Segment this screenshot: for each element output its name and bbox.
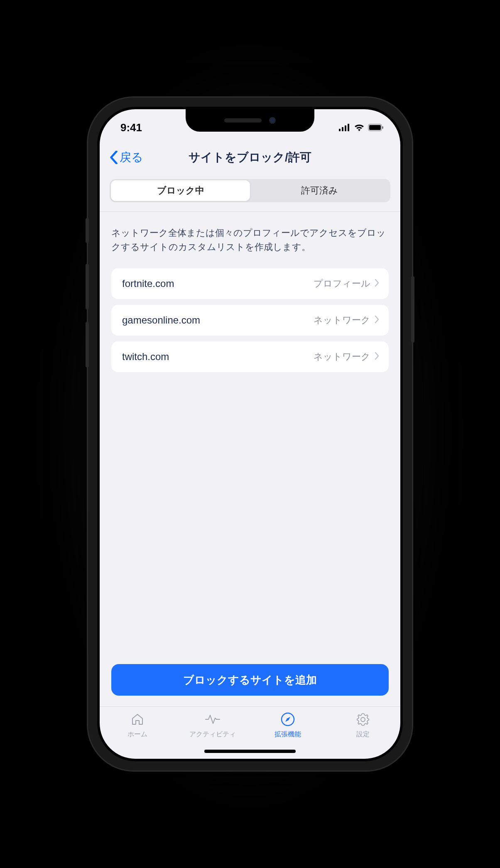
site-list: fortnite.com プロフィール gamesonline.com ネットワ… — [111, 268, 389, 372]
site-scope: ネットワーク — [314, 314, 370, 326]
segmented-control: ブロック中 許可済み — [110, 179, 390, 202]
site-scope: ネットワーク — [314, 351, 370, 363]
tab-blocked[interactable]: ブロック中 — [111, 180, 250, 201]
site-row[interactable]: fortnite.com プロフィール — [111, 268, 389, 299]
tab-settings-label: 設定 — [356, 730, 370, 739]
site-scope: プロフィール — [314, 277, 370, 290]
device-notch — [186, 109, 314, 132]
svg-rect-2 — [345, 125, 346, 131]
svg-rect-6 — [382, 126, 383, 129]
home-icon — [129, 711, 146, 728]
site-domain: gamesonline.com — [122, 314, 314, 326]
chevron-right-icon — [375, 279, 380, 289]
compass-icon — [279, 711, 296, 728]
tab-allowed-label: 許可済み — [301, 184, 338, 197]
section-description: ネットワーク全体または個々のプロフィールでアクセスをブロックするサイトのカスタム… — [111, 226, 389, 254]
tab-activity-label: アクティビティ — [189, 730, 236, 739]
svg-rect-0 — [339, 129, 341, 131]
svg-point-8 — [361, 718, 365, 722]
tab-home-label: ホーム — [127, 730, 147, 739]
tab-blocked-label: ブロック中 — [157, 184, 204, 197]
svg-rect-5 — [369, 125, 381, 130]
nav-header: 戻る サイトをブロック/許可 — [100, 142, 400, 173]
site-row[interactable]: gamesonline.com ネットワーク — [111, 305, 389, 336]
back-button[interactable]: 戻る — [110, 150, 143, 165]
phone-frame: 9:41 戻る サイトをブロッ — [88, 98, 412, 770]
site-domain: fortnite.com — [122, 278, 314, 289]
page-title: サイトをブロック/許可 — [189, 150, 311, 165]
back-label: 戻る — [120, 150, 143, 165]
activity-icon — [204, 711, 221, 728]
site-domain: twitch.com — [122, 351, 314, 363]
tab-allowed[interactable]: 許可済み — [250, 180, 389, 201]
add-site-label: ブロックするサイトを追加 — [183, 673, 317, 687]
home-indicator[interactable] — [204, 750, 296, 753]
tab-home[interactable]: ホーム — [100, 711, 175, 759]
chevron-left-icon — [110, 151, 118, 164]
gear-icon — [355, 711, 371, 728]
add-site-button[interactable]: ブロックするサイトを追加 — [111, 664, 389, 696]
cellular-icon — [339, 124, 350, 131]
chevron-right-icon — [375, 352, 380, 362]
svg-rect-1 — [342, 127, 343, 131]
wifi-icon — [354, 124, 365, 131]
site-row[interactable]: twitch.com ネットワーク — [111, 341, 389, 372]
svg-rect-3 — [348, 124, 349, 131]
tab-extensions-label: 拡張機能 — [275, 730, 301, 739]
chevron-right-icon — [375, 315, 380, 325]
status-time: 9:41 — [120, 121, 142, 134]
tab-settings[interactable]: 設定 — [325, 711, 400, 759]
battery-icon — [368, 124, 384, 131]
